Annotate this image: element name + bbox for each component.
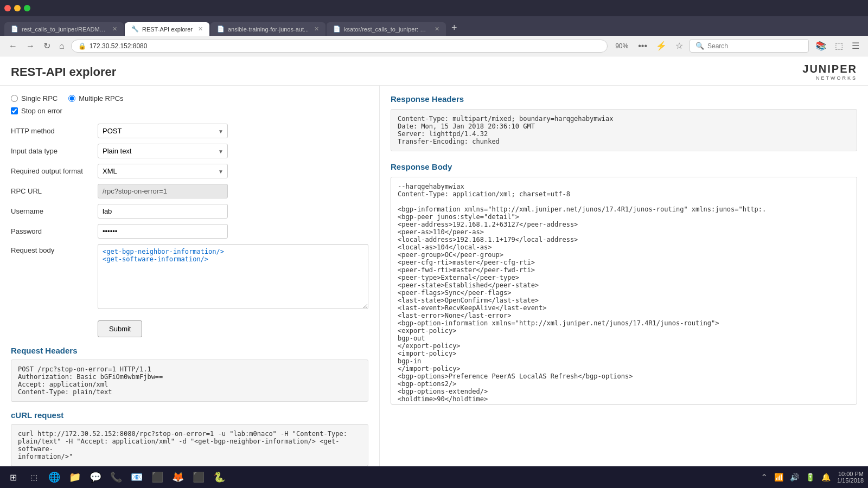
tab-3-favicon: 📄 [217,25,225,33]
reload-button[interactable]: ↻ [41,38,53,53]
home-button[interactable]: ⌂ [57,39,67,53]
menu-button[interactable]: ☰ [850,38,861,53]
tab-2-favicon: 🔧 [131,25,139,33]
back-button[interactable]: ← [7,39,20,53]
new-tab-button[interactable]: + [447,20,462,36]
username-label: Username [11,207,98,215]
skype-icon[interactable]: 💬 [87,468,104,486]
multiple-rpcs-radio[interactable] [68,95,75,102]
multiple-rpcs-option[interactable]: Multiple RPCs [68,94,123,102]
firefox-icon[interactable]: 🦊 [169,468,187,486]
outlook-icon[interactable]: 📧 [128,468,145,486]
request-body-control: <get-bgp-neighbor-information/> <get-sof… [98,244,368,311]
tab-bar: 📄 rest_calls_to_juniper/README... ✕ 🔧 RE… [0,16,868,36]
sidebar-toggle[interactable]: ⬚ [833,38,845,53]
tab-3-close[interactable]: ✕ [314,25,319,33]
single-rpc-label: Single RPC [21,94,58,102]
request-headers-title: Request Headers [11,346,368,355]
file-explorer-icon[interactable]: 📁 [66,468,84,486]
window-maximize[interactable] [24,5,30,11]
http-method-select[interactable]: POST GET PUT DELETE [98,124,228,138]
password-label: Password [11,227,98,235]
url-display: 172.30.52.152:8080 [90,42,601,50]
rpc-url-input[interactable] [98,184,228,198]
taskbar-left: ⊞ ⬚ 🌐 📁 💬 📞 📧 ⬛ 🦊 ⬛ 🐍 [4,468,228,486]
taskbar: ⊞ ⬚ 🌐 📁 💬 📞 📧 ⬛ 🦊 ⬛ 🐍 ⌃ 📶 🔊 🔋 🔔 10:00 PM… [0,466,868,488]
response-headers-title: Response Headers [391,94,857,104]
clock-time: 10:00 PM [838,471,864,477]
juniper-logo-sub: NETWORKS [816,75,857,81]
request-body-textarea[interactable]: <get-bgp-neighbor-information/> <get-sof… [98,244,368,309]
app-header: REST-API explorer JUNIPER NETWORKS [0,56,868,86]
stop-on-error-label: Stop on error [21,107,62,115]
right-panel: Response Headers Content-Type: multipart… [380,86,868,488]
notification-area: ⌃ [761,472,768,483]
tab-4[interactable]: 📄 ksator/rest_calls_to_juniper: Ho... ✕ [327,22,446,36]
request-headers-box: POST /rpc?stop-on-error=1 HTTP/1.1 Autho… [11,359,368,402]
required-output-format-row: Required output format XML JSON text ▼ [11,164,368,178]
rpc-url-label: RPC URL [11,187,98,195]
rpc-url-control [98,184,368,198]
more-options-button[interactable]: ••• [636,39,649,53]
tab-1[interactable]: 📄 rest_calls_to_juniper/README... ✕ [4,22,124,36]
response-body-box[interactable]: --harqgehabymwiax Content-Type: applicat… [391,177,857,404]
tab-4-close[interactable]: ✕ [435,25,439,33]
library-button[interactable]: 📚 [813,38,828,53]
curl-request-box: curl http://172.30.52.152:8080/rpc?stop-… [11,424,368,466]
search-input[interactable] [707,42,794,50]
app-body: Single RPC Multiple RPCs Stop on error H… [0,86,868,488]
tab-2[interactable]: 🔧 REST-API explorer ✕ [125,22,209,36]
username-input[interactable] [98,204,228,219]
python-icon[interactable]: 🐍 [210,468,228,486]
tab-2-close[interactable]: ✕ [198,25,203,33]
notification-bell: 🔔 [821,473,831,481]
username-control [98,204,368,219]
stop-on-error-checkbox[interactable] [11,107,18,114]
forward-button[interactable]: → [24,39,37,53]
url-bar[interactable]: 🔒 172.30.52.152:8080 [71,40,608,53]
required-output-format-label: Required output format [11,167,98,175]
zoom-level: 90% [612,42,631,50]
left-panel: Single RPC Multiple RPCs Stop on error H… [0,86,380,488]
request-body-label: Request body [11,244,98,254]
search-bar[interactable]: 🔍 [690,39,809,53]
submit-button[interactable]: Submit [98,320,142,337]
stop-on-error-option[interactable]: Stop on error [11,107,368,115]
window-close[interactable] [4,5,11,11]
rpc-mode-group: Single RPC Multiple RPCs [11,94,368,102]
request-body-row: Request body <get-bgp-neighbor-informati… [11,244,368,311]
required-output-format-select[interactable]: XML JSON text [98,164,228,178]
apps-icon[interactable]: ⬛ [149,468,166,486]
tab-1-close[interactable]: ✕ [112,25,117,33]
bookmark-button[interactable]: ☆ [673,38,685,53]
task-view-button[interactable]: ⬚ [25,468,42,486]
page-title: REST-API explorer [11,65,116,79]
rpc-url-row: RPC URL [11,184,368,198]
http-method-label: HTTP method [11,127,98,135]
system-clock: 10:00 PM 1/15/2018 [837,471,864,484]
password-control [98,224,368,239]
taskbar-right: ⌃ 📶 🔊 🔋 🔔 10:00 PM 1/15/2018 [761,471,864,484]
network-icon: 📶 [774,473,783,481]
start-button[interactable]: ⊞ [4,468,22,486]
browser-window-controls [0,0,868,16]
tab-4-favicon: 📄 [333,25,341,33]
password-input[interactable] [98,224,228,239]
app-container: REST-API explorer JUNIPER NETWORKS Singl… [0,56,868,488]
pocket-button[interactable]: ⚡ [654,38,669,53]
single-rpc-radio[interactable] [11,95,18,102]
multiple-rpcs-label: Multiple RPCs [79,94,123,102]
edge-icon[interactable]: 🌐 [46,468,63,486]
required-output-format-control: XML JSON text ▼ [98,164,368,178]
single-rpc-option[interactable]: Single RPC [11,94,58,102]
nav-bar: ← → ↻ ⌂ 🔒 172.30.52.152:8080 90% ••• ⚡ ☆… [0,36,868,56]
window-minimize[interactable] [14,5,21,11]
terminal-icon[interactable]: ⬛ [190,468,207,486]
skype2-icon[interactable]: 📞 [107,468,125,486]
juniper-logo-name: JUNIPER [802,63,857,75]
input-data-type-select[interactable]: Plain text XML JSON [98,144,228,158]
tab-3[interactable]: 📄 ansible-training-for-junos-aut... ✕ [210,22,326,36]
tab-2-label: REST-API explorer [142,26,193,33]
response-body-title: Response Body [391,162,857,171]
input-data-type-control: Plain text XML JSON ▼ [98,144,368,158]
